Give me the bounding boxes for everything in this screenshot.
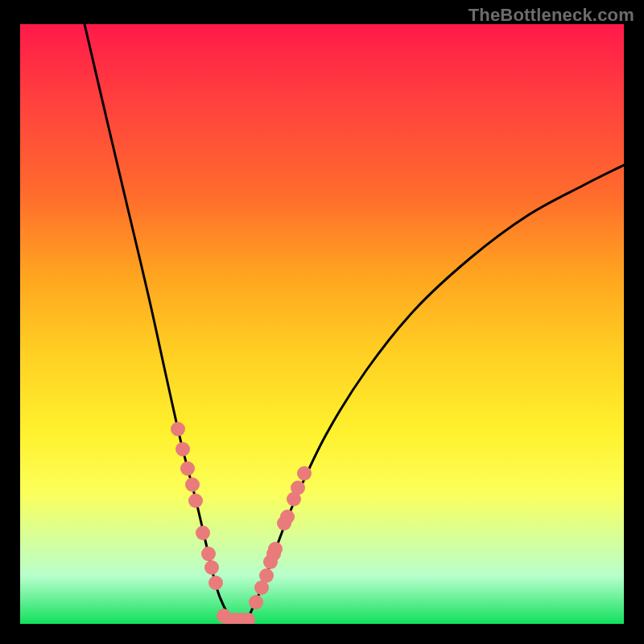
marker-dot [241,613,255,624]
marker-dot [287,492,301,506]
marker-dot [249,595,263,609]
curve-layer [85,24,624,618]
marker-dot [259,568,274,583]
marker-dot [175,442,190,456]
marker-dot [254,580,269,595]
marker-dot [188,493,203,508]
marker-dot [222,613,237,624]
chart-frame: TheBottleneck.com [0,0,644,644]
watermark-text: TheBottleneck.com [469,5,634,26]
dot-layer [171,422,312,624]
marker-dot [185,477,200,492]
marker-dot [229,613,243,624]
marker-dot [208,576,223,590]
marker-dot [201,547,216,561]
curve-right-curve [248,165,624,618]
marker-dot [196,526,210,540]
marker-dot [217,609,231,623]
marker-dot [291,481,305,495]
marker-dot [263,555,278,569]
marker-dot [235,613,250,624]
marker-dot [266,547,281,561]
curve-left-curve [85,24,231,618]
marker-dot [280,510,295,524]
marker-dot [297,466,312,481]
plot-area [20,24,624,624]
marker-dot [180,461,195,476]
marker-dot [277,516,291,530]
marker-dot [204,560,219,575]
chart-svg [20,24,624,624]
marker-dot [268,542,283,556]
marker-dot [171,422,185,436]
